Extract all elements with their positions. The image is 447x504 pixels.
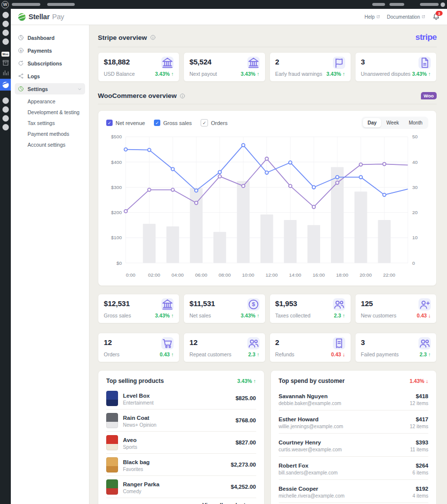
product-thumbnail [106, 457, 118, 472]
customer-items: 11 items [410, 446, 428, 453]
sidebar-subitem-tax-settings[interactable]: Tax settings [15, 118, 85, 128]
section-title: Stripe overview [98, 34, 147, 41]
product-category: News+ Opinion [123, 422, 231, 428]
customer-row[interactable]: Esther Howard willie.jennings@example.co… [279, 410, 429, 434]
rail-menu-dot-icon[interactable] [2, 97, 9, 104]
woo-stat-cards: $12,531 Gross sales 3.43% ↑ $11,531 $ Ne… [98, 294, 437, 362]
sidebar-item-subscriptions[interactable]: Subscriptions [15, 58, 85, 69]
sidebar-subitem-development-testing[interactable]: Development & testing [15, 107, 85, 118]
sidebar-subitem-payment-methods[interactable]: Payment methods [15, 128, 85, 139]
svg-text:10:00: 10:00 [242, 272, 254, 278]
stat-label: Next payout [189, 71, 217, 77]
checkbox-checked-icon[interactable]: ✓ [201, 119, 208, 126]
product-row[interactable]: Black bag Favorites $2,273.00 [106, 454, 256, 476]
panel-delta: 1.43% ↓ [410, 378, 428, 384]
sidebar-item-dashboard[interactable]: Dashboard [15, 32, 85, 43]
stat-delta: 0.43 ↓ [417, 313, 431, 318]
tab-day[interactable]: Day [363, 118, 381, 127]
stat-label: Failed payments [361, 351, 399, 357]
rail-menu-dot-icon[interactable] [2, 12, 9, 18]
flag-icon [333, 57, 345, 69]
stat-delta: 3.43% ↑ [155, 71, 174, 77]
archive-menu-icon[interactable] [2, 59, 9, 66]
product-price: $827.00 [236, 439, 256, 446]
customer-email: bill.sanders@example.com [279, 470, 408, 476]
sidebar-item-logs[interactable]: Logs [15, 70, 85, 82]
rail-menu-dot-icon[interactable] [2, 115, 9, 122]
rail-menu-dot-icon[interactable] [2, 124, 9, 130]
wordpress-logo-icon[interactable]: W [1, 1, 9, 8]
customer-items: 6 items [413, 470, 428, 476]
analytics-menu-icon[interactable] [2, 69, 9, 76]
tab-week[interactable]: Week [382, 118, 403, 127]
sidebar-item-payments[interactable]: $ Payments [15, 45, 85, 56]
sidebar-subitem-account-settings[interactable]: Account settings [15, 139, 85, 150]
sidebar-subitem-appearance[interactable]: Appearance [15, 96, 85, 107]
rail-menu-dot-icon[interactable] [2, 38, 9, 45]
customer-row[interactable]: Savannah Nguyen debbie.baker@example.com… [279, 387, 429, 410]
stat-card-refunds: 2 Refunds 0.43 ↓ [269, 333, 351, 362]
svg-text:08:00: 08:00 [218, 272, 231, 278]
stat-card-repeat-customers: 12 Repeat customers 2.3 ↑ [183, 333, 265, 362]
chart-area[interactable]: $00$10010$20020$30030$40040$500500:0002:… [106, 133, 428, 281]
tab-month[interactable]: Month [404, 118, 427, 127]
customer-row[interactable]: Courtney Henry curtis.weaver@example.com… [279, 434, 429, 457]
svg-text:$300: $300 [111, 185, 122, 190]
customer-email: curtis.weaver@example.com [279, 446, 405, 453]
customer-amount: $192 [416, 486, 428, 492]
help-link[interactable]: Help [364, 14, 380, 20]
stat-card-new-customers: 125 New customers 0.43 ↓ [355, 294, 437, 323]
legend-net-revenue[interactable]: ✓ Net revenue [106, 120, 145, 126]
users-icon [418, 337, 431, 349]
checkbox-checked-icon[interactable]: ✓ [106, 120, 113, 126]
product-row[interactable]: Aveo Sports $827.00 [106, 432, 256, 454]
documentation-link-label: Documentation [387, 14, 420, 20]
stellarpay-app: StellarPay Help Documentation 3 Dashbo [11, 9, 447, 504]
svg-text:$400: $400 [111, 159, 122, 165]
stat-value: $18,882 [104, 57, 130, 66]
svg-text:$0: $0 [117, 260, 122, 266]
stat-value: $1,953 [275, 298, 298, 308]
top-selling-products-panel: Top selling products 3.43% ↑ Level Box E… [98, 370, 265, 504]
product-price: $2,273.00 [231, 461, 256, 468]
legend-gross-sales[interactable]: ✓ Gross sales [154, 120, 192, 126]
customer-row[interactable]: Robert Fox bill.sanders@example.com $264… [279, 457, 429, 480]
settings-subnav: Appearance Development & testing Tax set… [15, 96, 85, 150]
panel-title: Top selling products [106, 378, 164, 384]
woocommerce-menu-icon[interactable]: Woo [1, 52, 9, 57]
top-spend-by-customer-panel: Top spend by customer 1.43% ↓ Savannah N… [270, 370, 437, 504]
stat-card-net-sales: $11,531 $ Net sales 3.43% ↑ [183, 294, 265, 323]
customer-email: michelle.rivera@example.com [279, 493, 408, 499]
document-icon [418, 57, 431, 69]
customer-row[interactable]: Bessie Cooper michelle.rivera@example.co… [279, 480, 429, 503]
product-row[interactable]: Ranger Parka Comedy $4,252.00 [106, 476, 256, 498]
stellarpay-menu-icon-active[interactable] [0, 79, 11, 91]
pie-chart-icon [18, 86, 24, 92]
rail-menu-dot-icon[interactable] [2, 30, 9, 36]
info-icon[interactable] [150, 34, 156, 40]
stat-label: USD Balance [104, 71, 135, 77]
stat-value: 2 [275, 57, 279, 66]
stat-value: 3 [361, 57, 365, 66]
svg-text:12:00: 12:00 [266, 272, 278, 278]
sidebar-item-label: Settings [28, 86, 48, 92]
info-icon[interactable] [179, 93, 185, 99]
product-row[interactable]: Rain Coat News+ Opinion $768.00 [106, 410, 256, 432]
product-row[interactable]: Level Box Entertainment $825.00 [106, 387, 256, 410]
sidebar-item-settings[interactable]: Settings [15, 83, 85, 94]
stripe-brand-logo: stripe [416, 32, 437, 42]
rail-menu-dot-icon[interactable] [2, 106, 9, 113]
svg-text:06:00: 06:00 [195, 272, 208, 278]
legend-orders[interactable]: ✓ Orders [201, 119, 228, 126]
customer-amount: $264 [416, 463, 428, 469]
documentation-link[interactable]: Documentation [387, 14, 425, 20]
view-all-products-link[interactable]: View all products → [202, 502, 256, 504]
notifications-button[interactable]: 3 [432, 13, 440, 21]
rail-menu-dot-icon[interactable] [2, 21, 9, 27]
checkbox-checked-icon[interactable]: ✓ [154, 120, 160, 126]
brand-text-pay: Pay [52, 13, 64, 21]
svg-text:20:00: 20:00 [359, 272, 372, 278]
stat-label: Net sales [189, 313, 211, 318]
brand-text-stellar: Stellar [29, 13, 50, 21]
notification-count-badge: 3 [436, 11, 443, 16]
